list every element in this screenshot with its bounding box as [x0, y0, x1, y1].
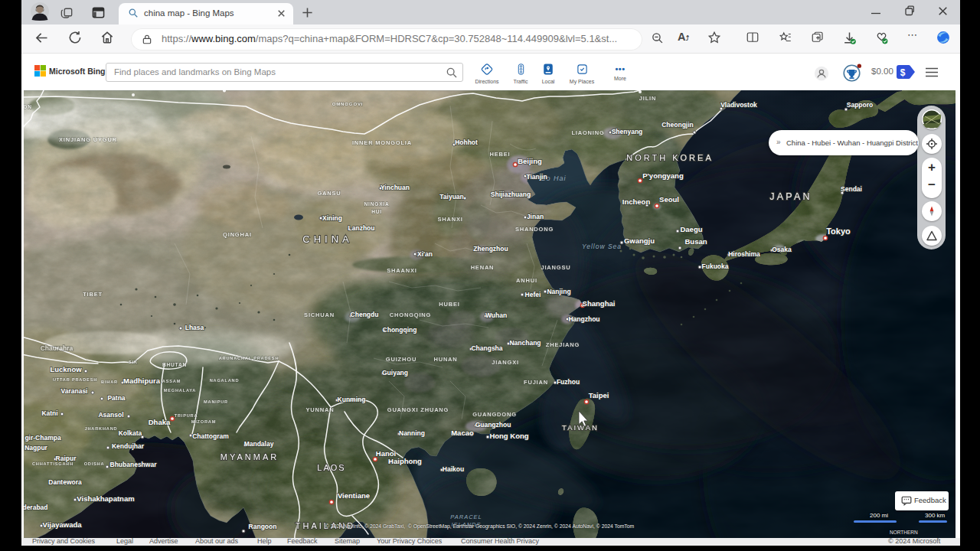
svg-text:HEBEI: HEBEI: [490, 151, 511, 158]
svg-text:Cheongjin: Cheongjin: [662, 121, 694, 129]
svg-text:PARACEL: PARACEL: [450, 514, 482, 520]
svg-text:Nanning: Nanning: [399, 429, 425, 437]
svg-text:Vientiane: Vientiane: [338, 491, 370, 500]
svg-text:HUNAN: HUNAN: [433, 356, 457, 363]
svg-text:LIAONING: LIAONING: [571, 129, 604, 136]
svg-text:GUANGDONG: GUANGDONG: [472, 411, 517, 418]
svg-text:Nanchang: Nanchang: [509, 339, 541, 347]
svg-text:ODISHA: ODISHA: [84, 461, 105, 466]
svg-text:Wuhan: Wuhan: [485, 311, 507, 319]
svg-text:Vijayawada: Vijayawada: [42, 520, 82, 529]
svg-text:Osaka: Osaka: [772, 246, 792, 253]
svg-text:Tokyo: Tokyo: [826, 227, 851, 236]
svg-text:Jinan: Jinan: [527, 213, 544, 220]
svg-text:Macao: Macao: [451, 429, 474, 437]
svg-text:NINGXIA: NINGXIA: [364, 201, 389, 207]
svg-text:Seoul: Seoul: [659, 195, 679, 204]
svg-text:JILIN: JILIN: [639, 95, 656, 102]
svg-text:Yinchuan: Yinchuan: [381, 184, 410, 191]
svg-text:Zhengzhou: Zhengzhou: [473, 245, 508, 253]
svg-text:ANHUI: ANHUI: [516, 277, 537, 284]
svg-text:Busan: Busan: [684, 237, 707, 246]
svg-text:Xining: Xining: [322, 214, 342, 222]
svg-text:Chongqing: Chongqing: [383, 326, 417, 334]
svg-text:INNER MONGOLIA: INNER MONGOLIA: [352, 139, 412, 146]
svg-text:MEGHALAYA: MEGHALAYA: [164, 388, 196, 393]
svg-text:Vishakhapatnam: Vishakhapatnam: [77, 494, 134, 503]
svg-text:OMNOGOVI: OMNOGOVI: [332, 101, 364, 106]
svg-text:Katni: Katni: [41, 409, 57, 417]
svg-text:gir-Champa: gir-Champa: [24, 434, 61, 442]
svg-text:HENAN: HENAN: [471, 264, 495, 271]
svg-text:Fuzhou: Fuzhou: [557, 378, 580, 386]
svg-text:TAIWAN: TAIWAN: [562, 423, 599, 432]
svg-text:Kendujhar: Kendujhar: [112, 442, 145, 450]
svg-text:Xi'an: Xi'an: [417, 250, 433, 258]
svg-text:$: $: [900, 67, 906, 78]
svg-text:NORTH KOREA: NORTH KOREA: [626, 153, 713, 162]
svg-text:LAOS: LAOS: [317, 463, 345, 472]
svg-text:SIK: SIK: [129, 360, 138, 364]
svg-text:Shenyang: Shenyang: [612, 128, 643, 135]
svg-text:Raipur: Raipur: [56, 455, 77, 462]
svg-text:QINGHAI: QINGHAI: [223, 231, 252, 238]
svg-text:Asansol: Asansol: [98, 411, 123, 419]
svg-text:Rangoon: Rangoon: [249, 523, 277, 530]
svg-text:Haikou: Haikou: [443, 465, 464, 473]
svg-text:Patna: Patna: [107, 394, 125, 402]
svg-text:JAPAN: JAPAN: [769, 191, 812, 202]
svg-text:Vladivostok: Vladivostok: [720, 101, 757, 109]
svg-text:Chaurahra: Chaurahra: [41, 344, 74, 352]
svg-text:JIANGXI: JIANGXI: [492, 359, 519, 366]
svg-text:Nagpur: Nagpur: [24, 444, 47, 452]
svg-text:Fukuoka: Fukuoka: [702, 262, 729, 270]
svg-text:Hohhot: Hohhot: [455, 139, 478, 146]
svg-text:NAGALAND: NAGALAND: [210, 378, 240, 383]
svg-text:BHUTAN: BHUTAN: [162, 362, 187, 367]
svg-text:Taipei: Taipei: [589, 391, 609, 399]
svg-text:JIANGSU: JIANGSU: [541, 264, 570, 271]
svg-text:Guangzhou: Guangzhou: [475, 421, 511, 429]
svg-text:CHONGQING: CHONGQING: [390, 311, 431, 318]
svg-text:BIHAR: BIHAR: [101, 380, 118, 384]
svg-text:Shanghai: Shanghai: [583, 299, 616, 308]
svg-text:TRIPURA: TRIPURA: [175, 413, 198, 418]
svg-text:GUIZHOU: GUIZHOU: [386, 356, 416, 363]
svg-text:CHINA: CHINA: [302, 233, 352, 245]
svg-text:ARUNACHAL PRADESH: ARUNACHAL PRADESH: [219, 356, 279, 360]
svg-text:YUNNAN: YUNNAN: [306, 406, 335, 413]
svg-text:UTTAR PRADESH: UTTAR PRADESH: [53, 377, 97, 382]
svg-text:Hiroshima: Hiroshima: [728, 250, 760, 258]
svg-text:derabad: derabad: [22, 504, 47, 511]
svg-text:ZHEJIANG: ZHEJIANG: [546, 341, 580, 348]
svg-text:Chengdu: Chengdu: [351, 311, 379, 318]
svg-text:MIZORAM: MIZORAM: [191, 419, 216, 424]
svg-text:Nanjing: Nanjing: [547, 288, 570, 295]
svg-text:Lucknow: Lucknow: [50, 365, 82, 373]
svg-text:SHANDONG: SHANDONG: [515, 226, 554, 233]
svg-text:Dantewora: Dantewora: [48, 478, 82, 486]
svg-text:Bhubaneshwar: Bhubaneshwar: [110, 461, 158, 468]
svg-text:SHANXI: SHANXI: [437, 216, 462, 223]
svg-text:Taiyuan: Taiyuan: [439, 193, 464, 201]
svg-text:SHAANXI: SHAANXI: [387, 267, 416, 274]
svg-text:ASSAM: ASSAM: [162, 379, 181, 383]
svg-text:TIBET: TIBET: [83, 291, 103, 298]
svg-text:Mandalay: Mandalay: [244, 440, 274, 448]
svg-text:P'yongyang: P'yongyang: [642, 171, 684, 180]
svg-text:Yellow Sea: Yellow Sea: [582, 243, 622, 250]
svg-text:Daegu: Daegu: [680, 225, 702, 233]
svg-text:MANIPUR: MANIPUR: [204, 399, 228, 404]
svg-text:ON: ON: [23, 104, 31, 109]
svg-text:JHARKHAND: JHARKHAND: [85, 426, 118, 431]
svg-text:Lanzhou: Lanzhou: [348, 224, 375, 232]
svg-text:Lhasa: Lhasa: [185, 324, 204, 331]
svg-text:HUBEI: HUBEI: [439, 301, 459, 308]
svg-text:Kolkata: Kolkata: [119, 429, 142, 437]
svg-text:Sapporo: Sapporo: [847, 101, 873, 109]
svg-text:FUJIAN: FUJIAN: [524, 379, 548, 386]
svg-text:GANSU: GANSU: [317, 190, 341, 197]
svg-text:Changsha: Changsha: [471, 344, 502, 352]
svg-text:XINJIANG UYGUR: XINJIANG UYGUR: [59, 136, 117, 143]
svg-text:Kunming: Kunming: [338, 396, 366, 403]
